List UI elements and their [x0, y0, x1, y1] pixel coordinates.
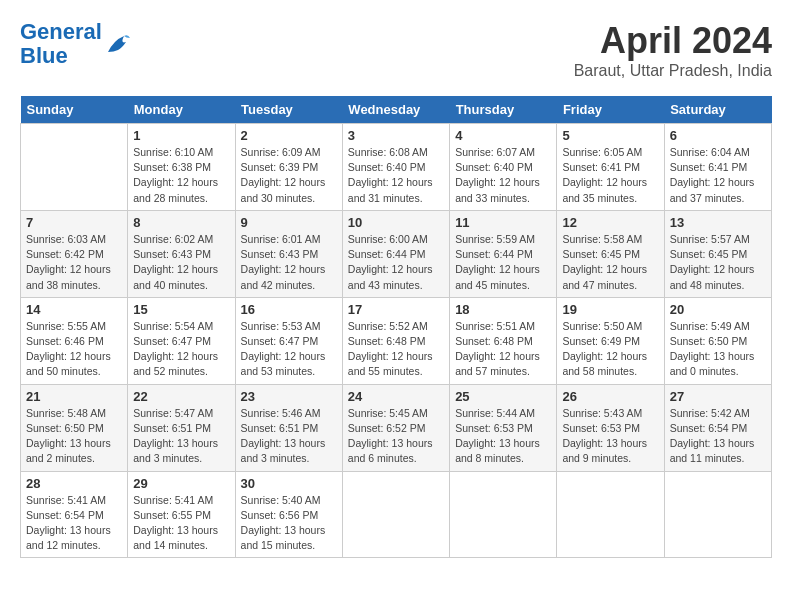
calendar-cell: 24Sunrise: 5:45 AM Sunset: 6:52 PM Dayli…: [342, 384, 449, 471]
calendar-cell: 18Sunrise: 5:51 AM Sunset: 6:48 PM Dayli…: [450, 297, 557, 384]
day-number: 30: [241, 476, 337, 491]
calendar-cell: [450, 471, 557, 558]
calendar-cell: 9Sunrise: 6:01 AM Sunset: 6:43 PM Daylig…: [235, 210, 342, 297]
day-info: Sunrise: 5:42 AM Sunset: 6:54 PM Dayligh…: [670, 406, 766, 467]
day-info: Sunrise: 6:00 AM Sunset: 6:44 PM Dayligh…: [348, 232, 444, 293]
weekday-header-saturday: Saturday: [664, 96, 771, 124]
day-number: 5: [562, 128, 658, 143]
week-row-1: 1Sunrise: 6:10 AM Sunset: 6:38 PM Daylig…: [21, 124, 772, 211]
logo-bird-icon: [104, 32, 132, 56]
day-number: 1: [133, 128, 229, 143]
weekday-header-wednesday: Wednesday: [342, 96, 449, 124]
day-info: Sunrise: 5:48 AM Sunset: 6:50 PM Dayligh…: [26, 406, 122, 467]
week-row-3: 14Sunrise: 5:55 AM Sunset: 6:46 PM Dayli…: [21, 297, 772, 384]
calendar-cell: [557, 471, 664, 558]
calendar-cell: 29Sunrise: 5:41 AM Sunset: 6:55 PM Dayli…: [128, 471, 235, 558]
logo: General Blue: [20, 20, 132, 68]
day-number: 16: [241, 302, 337, 317]
day-info: Sunrise: 6:10 AM Sunset: 6:38 PM Dayligh…: [133, 145, 229, 206]
day-info: Sunrise: 5:55 AM Sunset: 6:46 PM Dayligh…: [26, 319, 122, 380]
day-info: Sunrise: 5:54 AM Sunset: 6:47 PM Dayligh…: [133, 319, 229, 380]
page-subtitle: Baraut, Uttar Pradesh, India: [574, 62, 772, 80]
day-info: Sunrise: 5:43 AM Sunset: 6:53 PM Dayligh…: [562, 406, 658, 467]
day-number: 26: [562, 389, 658, 404]
day-info: Sunrise: 6:05 AM Sunset: 6:41 PM Dayligh…: [562, 145, 658, 206]
day-info: Sunrise: 5:57 AM Sunset: 6:45 PM Dayligh…: [670, 232, 766, 293]
calendar-table: SundayMondayTuesdayWednesdayThursdayFrid…: [20, 96, 772, 558]
day-number: 23: [241, 389, 337, 404]
calendar-cell: 17Sunrise: 5:52 AM Sunset: 6:48 PM Dayli…: [342, 297, 449, 384]
day-number: 17: [348, 302, 444, 317]
day-number: 2: [241, 128, 337, 143]
page-title: April 2024: [574, 20, 772, 62]
day-info: Sunrise: 5:41 AM Sunset: 6:54 PM Dayligh…: [26, 493, 122, 554]
day-number: 7: [26, 215, 122, 230]
week-row-2: 7Sunrise: 6:03 AM Sunset: 6:42 PM Daylig…: [21, 210, 772, 297]
day-number: 6: [670, 128, 766, 143]
logo-text: General Blue: [20, 20, 102, 68]
calendar-cell: 27Sunrise: 5:42 AM Sunset: 6:54 PM Dayli…: [664, 384, 771, 471]
day-info: Sunrise: 5:59 AM Sunset: 6:44 PM Dayligh…: [455, 232, 551, 293]
day-info: Sunrise: 5:47 AM Sunset: 6:51 PM Dayligh…: [133, 406, 229, 467]
weekday-header-thursday: Thursday: [450, 96, 557, 124]
day-number: 12: [562, 215, 658, 230]
day-info: Sunrise: 5:44 AM Sunset: 6:53 PM Dayligh…: [455, 406, 551, 467]
day-info: Sunrise: 5:52 AM Sunset: 6:48 PM Dayligh…: [348, 319, 444, 380]
day-info: Sunrise: 6:04 AM Sunset: 6:41 PM Dayligh…: [670, 145, 766, 206]
calendar-cell: 4Sunrise: 6:07 AM Sunset: 6:40 PM Daylig…: [450, 124, 557, 211]
calendar-cell: 8Sunrise: 6:02 AM Sunset: 6:43 PM Daylig…: [128, 210, 235, 297]
day-number: 3: [348, 128, 444, 143]
calendar-cell: [664, 471, 771, 558]
calendar-cell: 15Sunrise: 5:54 AM Sunset: 6:47 PM Dayli…: [128, 297, 235, 384]
page-header: General Blue April 2024 Baraut, Uttar Pr…: [20, 20, 772, 80]
day-info: Sunrise: 6:03 AM Sunset: 6:42 PM Dayligh…: [26, 232, 122, 293]
week-row-4: 21Sunrise: 5:48 AM Sunset: 6:50 PM Dayli…: [21, 384, 772, 471]
calendar-cell: 2Sunrise: 6:09 AM Sunset: 6:39 PM Daylig…: [235, 124, 342, 211]
calendar-cell: 28Sunrise: 5:41 AM Sunset: 6:54 PM Dayli…: [21, 471, 128, 558]
calendar-cell: [342, 471, 449, 558]
calendar-cell: 30Sunrise: 5:40 AM Sunset: 6:56 PM Dayli…: [235, 471, 342, 558]
logo-general: General: [20, 19, 102, 44]
day-info: Sunrise: 5:41 AM Sunset: 6:55 PM Dayligh…: [133, 493, 229, 554]
calendar-cell: 1Sunrise: 6:10 AM Sunset: 6:38 PM Daylig…: [128, 124, 235, 211]
calendar-cell: 14Sunrise: 5:55 AM Sunset: 6:46 PM Dayli…: [21, 297, 128, 384]
day-info: Sunrise: 5:45 AM Sunset: 6:52 PM Dayligh…: [348, 406, 444, 467]
calendar-cell: 6Sunrise: 6:04 AM Sunset: 6:41 PM Daylig…: [664, 124, 771, 211]
day-info: Sunrise: 5:50 AM Sunset: 6:49 PM Dayligh…: [562, 319, 658, 380]
day-number: 15: [133, 302, 229, 317]
calendar-cell: 13Sunrise: 5:57 AM Sunset: 6:45 PM Dayli…: [664, 210, 771, 297]
day-number: 27: [670, 389, 766, 404]
week-row-5: 28Sunrise: 5:41 AM Sunset: 6:54 PM Dayli…: [21, 471, 772, 558]
day-info: Sunrise: 6:01 AM Sunset: 6:43 PM Dayligh…: [241, 232, 337, 293]
day-info: Sunrise: 5:49 AM Sunset: 6:50 PM Dayligh…: [670, 319, 766, 380]
title-block: April 2024 Baraut, Uttar Pradesh, India: [574, 20, 772, 80]
day-number: 11: [455, 215, 551, 230]
calendar-cell: 16Sunrise: 5:53 AM Sunset: 6:47 PM Dayli…: [235, 297, 342, 384]
calendar-cell: 7Sunrise: 6:03 AM Sunset: 6:42 PM Daylig…: [21, 210, 128, 297]
day-number: 18: [455, 302, 551, 317]
day-info: Sunrise: 6:08 AM Sunset: 6:40 PM Dayligh…: [348, 145, 444, 206]
calendar-cell: 25Sunrise: 5:44 AM Sunset: 6:53 PM Dayli…: [450, 384, 557, 471]
calendar-cell: 21Sunrise: 5:48 AM Sunset: 6:50 PM Dayli…: [21, 384, 128, 471]
day-number: 14: [26, 302, 122, 317]
day-number: 8: [133, 215, 229, 230]
calendar-cell: 22Sunrise: 5:47 AM Sunset: 6:51 PM Dayli…: [128, 384, 235, 471]
day-number: 4: [455, 128, 551, 143]
weekday-header-friday: Friday: [557, 96, 664, 124]
day-info: Sunrise: 5:53 AM Sunset: 6:47 PM Dayligh…: [241, 319, 337, 380]
weekday-header-monday: Monday: [128, 96, 235, 124]
day-number: 28: [26, 476, 122, 491]
weekday-header-row: SundayMondayTuesdayWednesdayThursdayFrid…: [21, 96, 772, 124]
day-info: Sunrise: 5:40 AM Sunset: 6:56 PM Dayligh…: [241, 493, 337, 554]
day-number: 19: [562, 302, 658, 317]
calendar-cell: 10Sunrise: 6:00 AM Sunset: 6:44 PM Dayli…: [342, 210, 449, 297]
day-number: 21: [26, 389, 122, 404]
logo-blue: Blue: [20, 43, 68, 68]
calendar-cell: 3Sunrise: 6:08 AM Sunset: 6:40 PM Daylig…: [342, 124, 449, 211]
day-number: 25: [455, 389, 551, 404]
weekday-header-tuesday: Tuesday: [235, 96, 342, 124]
day-number: 29: [133, 476, 229, 491]
day-number: 22: [133, 389, 229, 404]
calendar-cell: 11Sunrise: 5:59 AM Sunset: 6:44 PM Dayli…: [450, 210, 557, 297]
day-info: Sunrise: 5:58 AM Sunset: 6:45 PM Dayligh…: [562, 232, 658, 293]
